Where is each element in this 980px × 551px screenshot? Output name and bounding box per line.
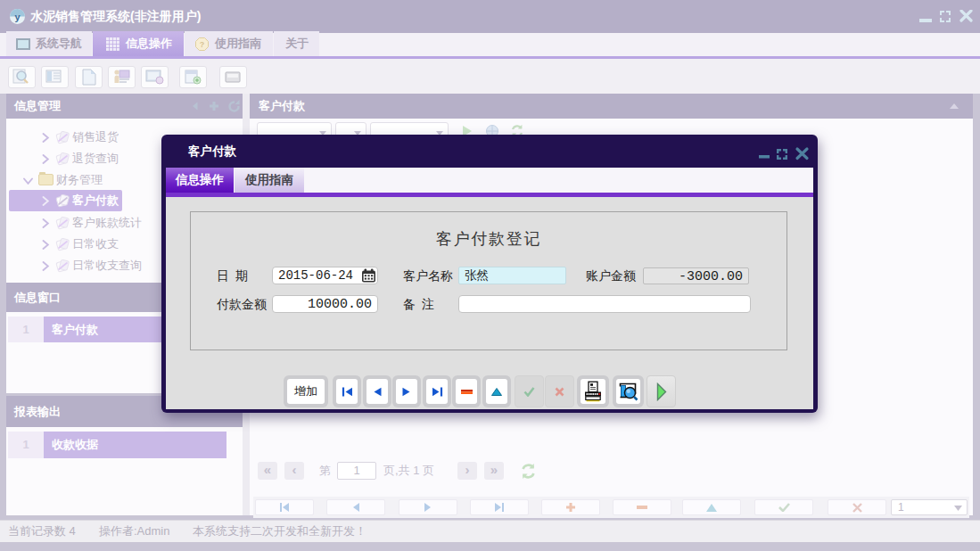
svg-text:?: ? bbox=[200, 40, 205, 49]
svg-text:y: y bbox=[14, 12, 21, 22]
